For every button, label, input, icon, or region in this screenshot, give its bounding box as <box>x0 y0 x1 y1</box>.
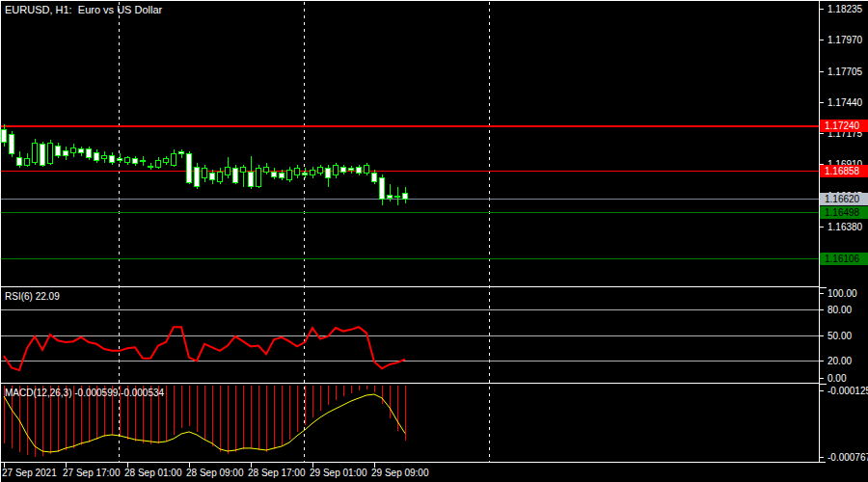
rsi-axis[interactable]: 100.0080.0050.0020.000.00 <box>819 288 857 384</box>
candle <box>79 149 84 153</box>
candle <box>318 167 323 173</box>
svg-text:1.17440: 1.17440 <box>827 97 863 108</box>
svg-text:-0.000767: -0.000767 <box>827 452 868 463</box>
candle <box>218 172 223 181</box>
chart-canvas[interactable]: 1.182351.179701.177051.174401.171751.169… <box>1 1 868 482</box>
svg-text:1.16858: 1.16858 <box>825 166 860 176</box>
candle <box>110 156 115 163</box>
candle <box>71 147 76 152</box>
svg-text:80.00: 80.00 <box>827 305 852 315</box>
chart-window: 1.182351.179701.177051.174401.171751.169… <box>0 0 868 482</box>
svg-text:1.16380: 1.16380 <box>827 222 863 232</box>
candle <box>25 158 30 165</box>
candle <box>403 193 408 199</box>
svg-text:1.17240: 1.17240 <box>825 120 860 131</box>
candle <box>48 143 53 163</box>
candle <box>372 174 377 182</box>
candle <box>280 174 285 178</box>
candle <box>133 158 138 163</box>
candle <box>380 178 385 200</box>
svg-text:1.16106: 1.16106 <box>825 254 860 264</box>
svg-text:100.00: 100.00 <box>827 288 857 299</box>
candle <box>349 168 354 170</box>
svg-text:20.00: 20.00 <box>827 356 852 366</box>
candle <box>64 151 68 156</box>
candle <box>2 129 7 142</box>
candles-series <box>2 124 408 206</box>
candle <box>311 170 315 174</box>
time-axis[interactable]: 27 Sep 202127 Sep 17:0028 Sep 01:0028 Se… <box>2 463 429 479</box>
svg-text:1.17970: 1.17970 <box>827 35 863 45</box>
candle <box>395 196 400 197</box>
candle <box>195 167 200 186</box>
price-level-lines[interactable] <box>1 126 819 259</box>
svg-text:28 Sep 01:00: 28 Sep 01:00 <box>124 468 182 478</box>
svg-text:27 Sep 2021: 27 Sep 2021 <box>2 468 57 478</box>
candle <box>210 174 215 180</box>
rsi-gridlines <box>1 310 819 362</box>
candle <box>295 168 300 174</box>
candle <box>41 144 45 165</box>
candle <box>241 167 246 172</box>
candle <box>365 165 369 173</box>
svg-text:28 Sep 09:00: 28 Sep 09:00 <box>186 468 244 478</box>
candle <box>326 168 331 177</box>
candle <box>264 167 269 172</box>
price-axis[interactable]: 1.182351.179701.177051.174401.171751.169… <box>819 4 863 263</box>
svg-text:1.16620: 1.16620 <box>825 194 860 204</box>
price-level-labels: 1.172401.168581.166201.164981.16106 <box>820 120 868 265</box>
candle <box>149 166 153 167</box>
macd-histogram-series <box>4 386 405 457</box>
candle <box>17 157 22 165</box>
candle <box>257 168 261 186</box>
candle <box>357 167 362 173</box>
candle <box>102 156 107 159</box>
svg-text:28 Sep 17:00: 28 Sep 17:00 <box>248 468 306 478</box>
candle <box>33 143 38 162</box>
candle <box>341 167 346 172</box>
svg-text:27 Sep 17:00: 27 Sep 17:00 <box>63 468 121 478</box>
candle <box>388 196 393 199</box>
candle <box>272 172 277 176</box>
candle <box>172 153 176 165</box>
svg-text:29 Sep 09:00: 29 Sep 09:00 <box>371 468 429 478</box>
macd-axis[interactable]: -0.000125-0.000767 <box>819 386 868 464</box>
candle <box>156 160 161 167</box>
candle <box>141 160 146 161</box>
svg-text:50.00: 50.00 <box>827 331 852 341</box>
candle <box>334 165 339 174</box>
candle <box>187 153 192 182</box>
svg-text:1.18235: 1.18235 <box>827 4 863 14</box>
candle <box>249 172 254 186</box>
svg-text:-0.000125: -0.000125 <box>827 386 868 396</box>
candle <box>95 152 99 160</box>
candle <box>10 134 14 153</box>
candle <box>87 149 92 158</box>
candle <box>287 170 292 179</box>
svg-text:29 Sep 01:00: 29 Sep 01:00 <box>310 468 367 478</box>
rsi-line <box>4 327 405 370</box>
candle <box>164 158 169 162</box>
candle <box>125 157 130 162</box>
candle <box>56 147 61 156</box>
candle <box>233 168 238 182</box>
svg-text:1.16498: 1.16498 <box>825 207 860 218</box>
candle <box>226 167 231 174</box>
candle <box>303 174 308 175</box>
candle <box>203 168 207 177</box>
candle <box>118 158 122 160</box>
candle <box>179 151 184 153</box>
panel-separators[interactable] <box>1 1 827 463</box>
svg-text:0.00: 0.00 <box>827 373 847 384</box>
svg-text:1.17705: 1.17705 <box>827 67 863 77</box>
